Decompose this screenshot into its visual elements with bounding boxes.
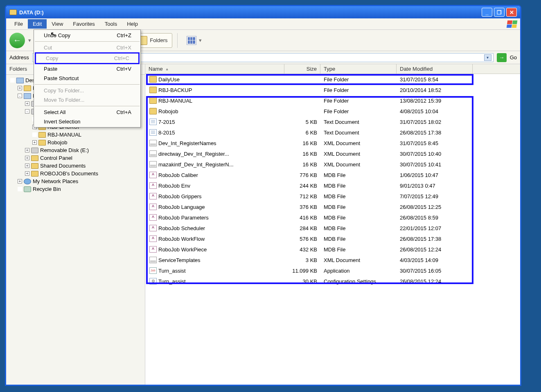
file-row[interactable]: 7-20155 KBText Document31/07/2015 18:02 <box>145 116 520 127</box>
file-row[interactable]: RoboJob Env244 KBMDB File9/01/2013 0:47 <box>145 180 520 191</box>
file-row[interactable]: RoboJob Scheduler284 KBMDB File22/01/201… <box>145 223 520 233</box>
file-name: RoboJob Scheduler <box>158 225 205 231</box>
edit-menu-item[interactable]: Invert Selection <box>34 117 140 126</box>
file-row[interactable]: directway_Dev_Int_Register...16 KBXML Do… <box>145 148 520 159</box>
menu-file[interactable]: File <box>9 19 28 29</box>
folder-icon <box>31 163 38 169</box>
tree-item[interactable]: +My Network Places <box>10 177 145 185</box>
file-row[interactable]: mazakintf_Dev_Int_RegisterN...16 KBXML D… <box>145 159 520 170</box>
file-row[interactable]: RoboJob Caliber776 KBMDB File1/06/2015 1… <box>145 170 520 180</box>
titlebar[interactable]: DATA (D:) _ ❐ ✕ <box>6 6 520 18</box>
file-size: 416 KB <box>284 215 320 221</box>
file-type: Application <box>320 268 397 274</box>
file-size: 30 KB <box>284 278 320 284</box>
expand-icon[interactable]: + <box>25 164 29 168</box>
file-name: RBJ-BACKUP <box>158 87 192 93</box>
file-row[interactable]: RoboJob Grippers712 KBMDB File7/07/2015 … <box>145 191 520 202</box>
file-row[interactable]: RoboJob Parameters416 KBMDB File26/08/20… <box>145 212 520 223</box>
tree-item-label: ROBOJOB's Documents <box>40 170 98 177</box>
tree-item[interactable]: +ROBOJOB's Documents <box>10 170 145 177</box>
go-button[interactable]: → <box>497 53 507 62</box>
file-row[interactable]: RobojobFile Folder4/08/2015 10:04 <box>145 106 520 116</box>
file-date: 4/03/2015 14:09 <box>397 257 473 263</box>
address-chevron-icon[interactable]: ▾ <box>484 54 491 61</box>
file-date: 26/08/2015 17:38 <box>397 236 473 242</box>
file-row[interactable]: Turn_assist30 KBConfiguration Settings26… <box>145 276 520 287</box>
edit-menu-item: Copy To Folder... <box>34 86 140 95</box>
edit-menu-item[interactable]: Select AllCtrl+A <box>34 108 140 117</box>
file-icon <box>149 119 157 125</box>
file-row[interactable]: RBJ-MANUALFile Folder13/08/2012 15:39 <box>145 95 520 106</box>
file-row[interactable]: RoboJob WorkFlow576 KBMDB File26/08/2015… <box>145 233 520 244</box>
file-date: 22/01/2015 12:07 <box>397 225 473 231</box>
tree-item[interactable]: RBJ-MANUAL <box>10 131 145 139</box>
tree-item[interactable]: Recycle Bin <box>10 185 145 193</box>
file-date: 31/07/2015 18:02 <box>397 119 473 125</box>
expand-icon[interactable]: + <box>25 148 29 152</box>
file-date: 30/07/2015 10:40 <box>397 151 473 157</box>
file-row[interactable]: 8-20156 KBText Document26/08/2015 17:38 <box>145 127 520 138</box>
window-icon <box>9 9 17 15</box>
expand-icon[interactable]: + <box>25 101 29 106</box>
file-row[interactable]: DailyUseFile Folder31/07/2015 8:54 <box>145 74 520 85</box>
edit-menu-item[interactable]: PasteCtrl+V <box>34 64 140 74</box>
file-name: directway_Dev_Int_Register... <box>158 151 229 157</box>
file-icon <box>149 87 157 93</box>
folder-icon <box>38 132 46 138</box>
file-row[interactable]: RBJ-BACKUPFile Folder20/10/2014 18:52 <box>145 85 520 95</box>
tree-item[interactable]: +Robojob <box>10 139 145 146</box>
file-date: 30/07/2015 16:05 <box>397 268 473 274</box>
tree-item[interactable]: +Removable Disk (E:) <box>10 146 145 154</box>
file-name: RBJ-MANUAL <box>158 98 192 104</box>
collapse-icon[interactable]: - <box>25 109 29 114</box>
expand-icon[interactable]: + <box>25 171 29 176</box>
column-size[interactable]: Size <box>284 64 320 74</box>
menu-help[interactable]: Help <box>122 19 143 29</box>
file-name: RoboJob Language <box>158 204 205 210</box>
expand-icon[interactable]: + <box>18 179 22 184</box>
close-button[interactable]: ✕ <box>506 8 517 17</box>
edit-menu-item[interactable]: Paste Shortcut <box>34 74 140 83</box>
tree-item[interactable]: +Control Panel <box>10 154 145 162</box>
file-row[interactable]: Dev_Int_RegisterNames16 KBXML Document31… <box>145 138 520 148</box>
tree-item-label: Shared Documents <box>40 163 86 169</box>
file-type: Configuration Settings <box>320 278 397 284</box>
tree-item[interactable]: +Shared Documents <box>10 162 145 170</box>
column-name[interactable]: Name▲ <box>145 64 284 74</box>
expand-icon[interactable]: + <box>25 156 29 160</box>
expand-icon[interactable]: + <box>32 140 37 145</box>
file-icon <box>149 225 157 231</box>
file-size: 16 KB <box>284 151 320 157</box>
file-size: 16 KB <box>284 140 320 146</box>
go-label: Go <box>510 54 517 60</box>
file-row[interactable]: RoboJob Language376 KBMDB File26/08/2015… <box>145 202 520 212</box>
maximize-button[interactable]: ❐ <box>494 8 505 17</box>
collapse-icon[interactable]: - <box>18 94 22 98</box>
menu-view[interactable]: View <box>47 19 68 29</box>
file-row[interactable]: Turn_assist11.099 KBApplication30/07/201… <box>145 265 520 276</box>
expand-icon[interactable]: + <box>18 86 22 90</box>
menu-edit[interactable]: Edit <box>28 19 47 29</box>
menu-tools[interactable]: Tools <box>100 19 122 29</box>
file-type: XML Document <box>320 257 397 263</box>
minimize-button[interactable]: _ <box>482 8 492 17</box>
file-row[interactable]: ServiceTemplates3 KBXML Document4/03/201… <box>145 255 520 265</box>
back-chevron-icon[interactable]: ▾ <box>28 37 31 43</box>
views-button[interactable]: ▾ <box>183 34 206 47</box>
file-name: ServiceTemplates <box>158 257 201 263</box>
back-button[interactable]: ← <box>9 33 25 48</box>
window-title: DATA (D:) <box>19 9 44 16</box>
computer-icon <box>16 78 24 83</box>
file-type: MDB File <box>320 204 397 210</box>
column-date[interactable]: Date Modified <box>397 64 473 74</box>
file-icon <box>149 267 157 274</box>
menu-favorites[interactable]: Favorites <box>68 19 99 29</box>
file-icon <box>149 129 157 136</box>
file-type: MDB File <box>320 225 397 231</box>
file-date: 20/10/2014 18:52 <box>397 87 473 93</box>
file-size: 11.099 KB <box>284 268 320 274</box>
column-type[interactable]: Type <box>320 64 397 74</box>
file-date: 26/08/2015 17:38 <box>397 130 473 136</box>
edit-menu-item: Move To Folder... <box>34 95 140 105</box>
file-row[interactable]: RoboJob WorkPiece432 KBMDB File26/08/201… <box>145 244 520 255</box>
